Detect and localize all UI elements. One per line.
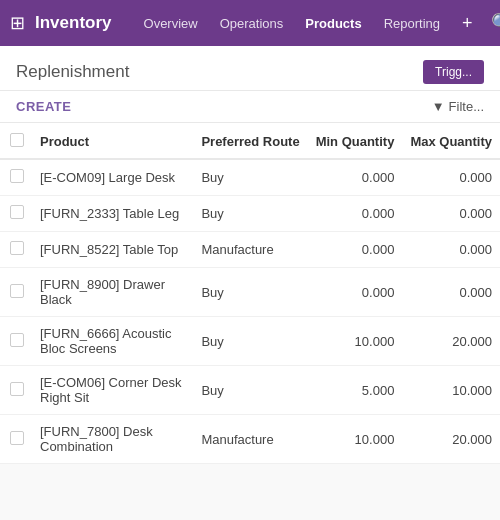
cell-max-qty: 20.000 — [402, 415, 500, 464]
table-row[interactable]: [E-COM06] Corner Desk Right Sit Buy 5.00… — [0, 366, 500, 415]
table-row[interactable]: [FURN_6666] Acoustic Bloc Screens Buy 10… — [0, 317, 500, 366]
filter-label: Filte... — [449, 99, 484, 114]
cell-route: Buy — [193, 317, 307, 366]
cell-product: [E-COM06] Corner Desk Right Sit — [32, 366, 193, 415]
top-navigation: ⊞ Inventory Overview Operations Products… — [0, 0, 500, 46]
cell-route: Buy — [193, 196, 307, 232]
cell-route: Manufacture — [193, 232, 307, 268]
table-row[interactable]: [FURN_8522] Table Top Manufacture 0.000 … — [0, 232, 500, 268]
row-checkbox[interactable] — [10, 333, 24, 347]
table-row[interactable]: [E-COM09] Large Desk Buy 0.000 0.000 — [0, 159, 500, 196]
nav-link-operations[interactable]: Operations — [210, 12, 294, 35]
cell-route: Buy — [193, 366, 307, 415]
row-checkbox[interactable] — [10, 169, 24, 183]
select-all-checkbox[interactable] — [10, 133, 24, 147]
trigger-button[interactable]: Trigg... — [423, 60, 484, 84]
table-row[interactable]: [FURN_7800] Desk Combination Manufacture… — [0, 415, 500, 464]
cell-max-qty: 0.000 — [402, 232, 500, 268]
col-header-min-qty: Min Quantity — [308, 123, 403, 159]
cell-route: Manufacture — [193, 415, 307, 464]
table-row[interactable]: [FURN_2333] Table Leg Buy 0.000 0.000 — [0, 196, 500, 232]
cell-min-qty: 0.000 — [308, 159, 403, 196]
cell-product: [FURN_6666] Acoustic Bloc Screens — [32, 317, 193, 366]
cell-max-qty: 20.000 — [402, 317, 500, 366]
cell-min-qty: 5.000 — [308, 366, 403, 415]
cell-route: Buy — [193, 159, 307, 196]
filter-icon: ▼ — [432, 99, 445, 114]
create-button[interactable]: CREATE — [16, 99, 71, 114]
table-header-row: Product Preferred Route Min Quantity Max… — [0, 123, 500, 159]
page-title: Replenishment — [16, 62, 129, 82]
table-row[interactable]: [FURN_8900] Drawer Black Buy 0.000 0.000 — [0, 268, 500, 317]
cell-min-qty: 10.000 — [308, 415, 403, 464]
app-brand[interactable]: Inventory — [35, 13, 112, 33]
cell-product: [FURN_7800] Desk Combination — [32, 415, 193, 464]
cell-max-qty: 0.000 — [402, 196, 500, 232]
cell-product: [FURN_8522] Table Top — [32, 232, 193, 268]
toolbar: CREATE ▼ Filte... — [0, 91, 500, 123]
filter-button[interactable]: ▼ Filte... — [432, 99, 484, 114]
cell-max-qty: 10.000 — [402, 366, 500, 415]
cell-min-qty: 0.000 — [308, 232, 403, 268]
row-checkbox[interactable] — [10, 382, 24, 396]
cell-max-qty: 0.000 — [402, 268, 500, 317]
col-header-route: Preferred Route — [193, 123, 307, 159]
search-icon[interactable]: 🔍 — [485, 10, 500, 36]
page-content: Replenishment Trigg... CREATE ▼ Filte...… — [0, 46, 500, 520]
row-checkbox[interactable] — [10, 431, 24, 445]
grid-icon[interactable]: ⊞ — [10, 12, 25, 34]
row-checkbox[interactable] — [10, 241, 24, 255]
col-header-max-qty: Max Quantity — [402, 123, 500, 159]
row-checkbox[interactable] — [10, 205, 24, 219]
nav-link-products[interactable]: Products — [295, 12, 371, 35]
nav-links: Overview Operations Products Reporting — [134, 12, 451, 35]
nav-actions: + 🔍 — [456, 10, 500, 36]
cell-product: [E-COM09] Large Desk — [32, 159, 193, 196]
cell-product: [FURN_8900] Drawer Black — [32, 268, 193, 317]
add-icon[interactable]: + — [456, 11, 479, 36]
cell-route: Buy — [193, 268, 307, 317]
cell-max-qty: 0.000 — [402, 159, 500, 196]
replenishment-table: Product Preferred Route Min Quantity Max… — [0, 123, 500, 464]
cell-product: [FURN_2333] Table Leg — [32, 196, 193, 232]
nav-link-reporting[interactable]: Reporting — [374, 12, 450, 35]
cell-min-qty: 0.000 — [308, 268, 403, 317]
cell-min-qty: 0.000 — [308, 196, 403, 232]
col-header-product: Product — [32, 123, 193, 159]
page-header: Replenishment Trigg... — [0, 46, 500, 91]
nav-link-overview[interactable]: Overview — [134, 12, 208, 35]
row-checkbox[interactable] — [10, 284, 24, 298]
cell-min-qty: 10.000 — [308, 317, 403, 366]
